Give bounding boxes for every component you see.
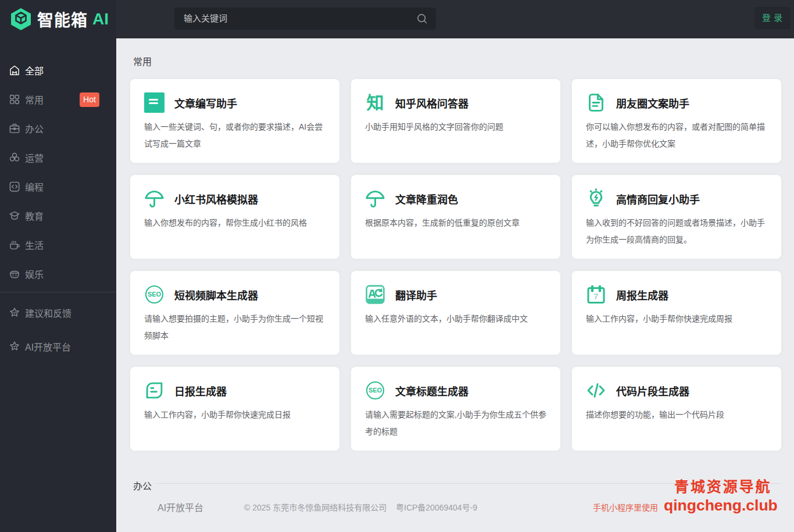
svg-text:7: 7: [593, 291, 598, 301]
